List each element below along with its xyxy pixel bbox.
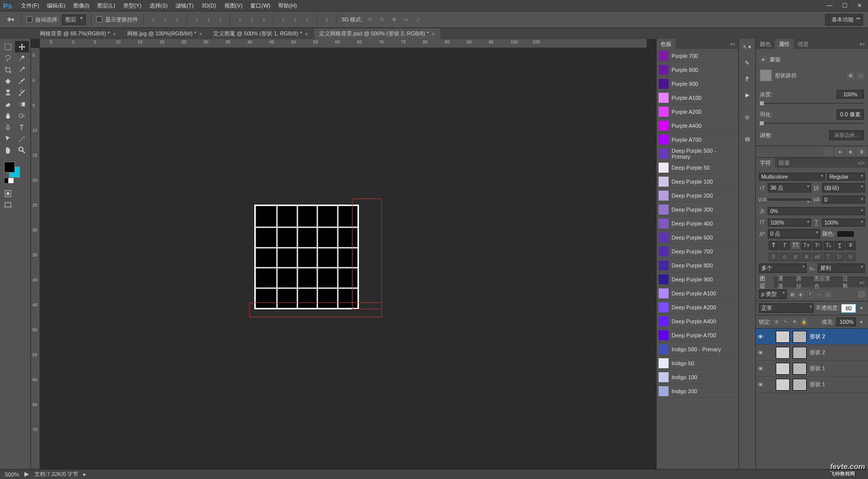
3d-pan-icon[interactable]: ✥ [389,15,398,24]
color-tab[interactable]: 颜色 [756,39,775,49]
language-dd[interactable]: 多个 [759,263,807,273]
visibility-icon[interactable]: 👁 [758,334,765,340]
character-panel-icon[interactable]: ⁋ [740,72,754,86]
visibility-icon[interactable]: 👁 [758,366,765,372]
3d-orbit-icon[interactable]: ⟳ [365,15,374,24]
blend-mode-dd[interactable]: 正常 [759,303,814,313]
menu-layer[interactable]: 图层(L) [93,0,119,11]
history-brush-tool[interactable] [15,87,29,98]
align-right-icon[interactable]: ⫴ [216,15,225,24]
fg-color-swatch[interactable] [4,162,15,173]
menu-filter[interactable]: 滤镜(T) [172,0,197,11]
3d-slide-icon[interactable]: ⇔ [401,15,410,24]
swatch-row[interactable]: Indigo 500 - Primary [657,342,738,356]
load-selection-icon[interactable]: ◌ [825,148,832,155]
fill-input[interactable]: 100% [836,317,856,326]
swatch-row[interactable]: Deep Purple 300 [657,203,738,217]
underline-button[interactable]: T̲ [835,241,845,250]
swatch-row[interactable]: Purple A100 [657,91,738,105]
clone-stamp-tool[interactable] [1,87,15,98]
close-icon[interactable]: × [305,31,308,37]
opentype-st[interactable]: st [791,252,801,261]
mask-thumb[interactable] [760,69,772,81]
leading-dd[interactable]: (自动) [822,183,866,193]
close-button[interactable]: ✕ [854,1,865,9]
swatch-row[interactable]: Indigo 50 [657,356,738,370]
baseline-input[interactable]: 0 点 [768,229,820,239]
swatch-row[interactable]: Deep Purple 500 - Primary [657,147,738,161]
minimize-button[interactable]: — [824,1,835,9]
lock-transparent-icon[interactable]: ⊞ [773,318,780,325]
character-tab[interactable]: 字符 [756,158,775,168]
font-family-dd[interactable]: Multicolore [759,173,825,181]
eyedropper-tool[interactable] [15,64,29,75]
delete-mask-icon[interactable]: 🗑 [858,148,865,155]
visibility-icon[interactable]: 👁 [758,350,765,356]
density-slider[interactable] [760,103,864,104]
swatch-row[interactable]: Deep Purple 200 [657,189,738,203]
pixel-mask-icon[interactable]: ▦ [847,72,854,79]
auto-select-checkbox[interactable] [26,16,32,22]
filter-type-icon[interactable]: T [807,291,814,298]
artboard[interactable] [254,205,359,309]
density-value[interactable]: 100% [837,90,864,99]
swatch-row[interactable]: Indigo 100 [657,370,738,384]
filter-toggle[interactable] [858,291,865,298]
color-swatches[interactable] [4,162,24,182]
layer-filter-dd[interactable]: ρ 类型 [759,289,787,299]
menu-3d[interactable]: 3D(D) [197,1,220,10]
swatch-row[interactable]: Deep Purple A400 [657,314,738,328]
panel-menu-icon[interactable]: ▾≡ [857,280,868,285]
distribute-hcenter-icon[interactable]: ⫴ [291,15,300,24]
swatch-row[interactable]: Deep Purple 900 [657,272,738,286]
auto-select-dropdown[interactable]: 图层 [62,14,86,25]
scale-dd[interactable]: 0% [768,207,865,215]
swatch-row[interactable]: Deep Purple 50 [657,161,738,175]
opentype-1st[interactable]: 1ˢ [835,252,845,261]
distribute-top-icon[interactable]: ⫴ [235,15,244,24]
smallcaps-button[interactable]: Tᴛ [802,241,812,250]
lock-position-icon[interactable]: ✥ [791,318,798,325]
doc-tab-1[interactable]: 网格.jpg @ 100%(RGB/8#) *× [122,28,207,39]
eraser-tool[interactable] [1,98,15,110]
distribute-left-icon[interactable]: ⫴ [279,15,288,24]
zoom-tool[interactable] [15,144,29,156]
show-transform-checkbox[interactable] [96,16,102,22]
subscript-button[interactable]: T₁ [824,241,834,250]
close-icon[interactable]: × [199,31,202,37]
marquee-tool[interactable] [1,41,15,52]
chevron-down-icon[interactable]: ▾ [858,319,865,325]
panel-menu-icon[interactable]: ▾≡ [857,41,868,47]
hscale-input[interactable]: 100% [822,219,866,227]
filter-pixel-icon[interactable]: ▦ [789,291,796,298]
align-left-icon[interactable]: ⫴ [192,15,201,24]
align-top-icon[interactable]: ⫴ [149,15,158,24]
opacity-input[interactable]: 80 [841,304,856,313]
text-color-swatch[interactable] [837,231,855,238]
swatch-row[interactable]: Indigo 200 [657,384,738,398]
line-tool[interactable] [15,133,29,144]
swatch-row[interactable]: Deep Purple 600 [657,231,738,244]
chevron-down-icon[interactable]: ▾ [858,305,865,311]
magic-wand-tool[interactable] [15,52,29,64]
doc-tab-0[interactable]: 网格背景 @ 66.7%(RGB/8) *× [35,28,121,39]
gradient-tool[interactable] [15,98,29,110]
superscript-button[interactable]: T¹ [813,241,823,250]
distribute-right-icon[interactable]: ⫴ [303,15,312,24]
swatch-row[interactable]: Deep Purple A200 [657,300,738,314]
swatch-row[interactable]: Deep Purple A100 [657,286,738,300]
dodge-tool[interactable] [15,110,29,121]
disable-mask-icon[interactable]: ◉ [847,148,854,155]
layer-row[interactable]: 👁 形状 2 [756,345,868,361]
notes-icon[interactable]: ▤ [740,132,754,146]
healing-tool[interactable] [1,75,15,87]
close-icon[interactable]: × [432,31,435,37]
tracking-dd[interactable]: 0 [822,196,866,204]
vscale-input[interactable]: 100% [768,219,811,227]
swatch-row[interactable]: Deep Purple A700 [657,328,738,342]
swatch-row[interactable]: Deep Purple 100 [657,175,738,189]
kerning-dd[interactable] [768,199,811,201]
brush-tool[interactable] [15,75,29,87]
antialias-dd[interactable]: 犀利 [818,263,866,273]
swatch-row[interactable]: Purple 800 [657,63,738,77]
